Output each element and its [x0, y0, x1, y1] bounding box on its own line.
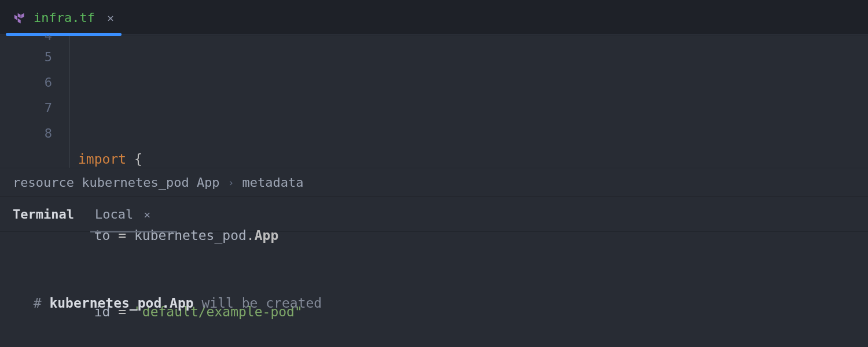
tab-bar: infra.tf ×: [0, 0, 868, 35]
close-icon[interactable]: ×: [105, 13, 116, 23]
editor-tab[interactable]: infra.tf ×: [0, 0, 130, 35]
code-editor[interactable]: 4 5 6 7 8 import { to = kubernetes_pod.A…: [0, 35, 868, 168]
code-line: import {: [78, 146, 868, 172]
terminal-tab-underline: [90, 231, 177, 232]
breadcrumb-segment[interactable]: resource kubernetes_pod App: [13, 175, 220, 190]
line-number: 6: [0, 70, 52, 95]
line-number: 4: [0, 35, 52, 45]
code-line: [78, 86, 868, 95]
code-content[interactable]: import { to = kubernetes_pod.App id = "d…: [69, 35, 868, 168]
terminal-title[interactable]: Terminal: [13, 207, 74, 222]
terraform-icon: [14, 12, 25, 24]
close-icon[interactable]: ×: [144, 208, 150, 222]
line-number: 8: [0, 121, 52, 146]
tab-filename: infra.tf: [34, 10, 95, 25]
breadcrumb-segment[interactable]: metadata: [242, 175, 303, 190]
line-number: 7: [0, 95, 52, 121]
chevron-right-icon: ›: [228, 176, 234, 189]
terminal-session-tab[interactable]: Local ×: [95, 197, 150, 232]
line-number: 5: [0, 45, 52, 70]
code-line: to = kubernetes_pod.App: [78, 223, 868, 248]
line-gutter: 4 5 6 7 8: [0, 35, 69, 168]
terminal-session-label: Local: [95, 207, 133, 222]
